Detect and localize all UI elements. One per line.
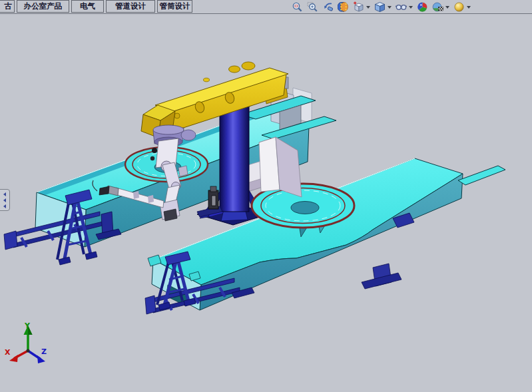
- display-style-button[interactable]: [374, 1, 392, 13]
- zoom-to-area-icon: [307, 1, 318, 13]
- edit-appearance-button[interactable]: [416, 1, 429, 13]
- collapse-arrow-icon: [3, 198, 6, 202]
- tab-label: 办公室产品: [24, 1, 63, 11]
- dropdown-arrow-icon[interactable]: [445, 6, 449, 9]
- tab-label: 电气: [80, 1, 95, 11]
- view-settings-button[interactable]: [453, 1, 471, 13]
- axis-x-label: X: [5, 348, 11, 357]
- previous-view-button[interactable]: [322, 1, 334, 13]
- graphics-viewport[interactable]: Y X Z: [0, 0, 532, 392]
- tab-label: 管道设计: [115, 1, 146, 11]
- zoom-to-fit-icon: [292, 1, 303, 13]
- view-settings-icon: [453, 1, 465, 13]
- display-style-icon: [374, 1, 386, 13]
- apply-scene-button[interactable]: [431, 1, 450, 13]
- axis-z-label: Z: [41, 347, 47, 356]
- section-view-button[interactable]: [337, 1, 350, 13]
- apply-scene-icon: [432, 1, 443, 13]
- tab-evaluate-partial[interactable]: 古: [0, 0, 15, 13]
- zoom-to-fit-button[interactable]: [291, 1, 304, 13]
- collapse-arrow-icon: [3, 192, 6, 196]
- dropdown-arrow-icon[interactable]: [388, 6, 392, 9]
- tab-piping-design[interactable]: 管道设计: [106, 0, 155, 13]
- view-orientation-button[interactable]: [352, 1, 371, 13]
- previous-view-icon: [322, 1, 334, 13]
- tab-electrical[interactable]: 电气: [71, 0, 104, 13]
- dropdown-arrow-icon[interactable]: [366, 6, 370, 9]
- hide-show-items-button[interactable]: [395, 1, 413, 13]
- hide-show-items-icon: [396, 1, 407, 13]
- dropdown-arrow-icon[interactable]: [467, 6, 471, 9]
- axis-y-label: Y: [24, 321, 31, 330]
- zoom-to-area-button[interactable]: [306, 1, 319, 13]
- collapse-arrow-icon: [3, 204, 6, 208]
- panel-splitter-handle[interactable]: [0, 189, 10, 211]
- edit-appearance-icon: [417, 1, 428, 13]
- dropdown-arrow-icon[interactable]: [409, 6, 413, 9]
- view-orientation-icon: [353, 1, 364, 13]
- tab-office-products[interactable]: 办公室产品: [17, 0, 69, 13]
- solidworks-window: Y X Z 古 办公室产品 电气 管道设计 管筒设计: [0, 0, 532, 392]
- tab-label: 古: [5, 1, 13, 11]
- tab-label: 管筒设计: [160, 1, 190, 11]
- section-view-icon: [338, 1, 349, 13]
- heads-up-view-toolbar: [291, 1, 471, 13]
- tab-tubing-design[interactable]: 管筒设计: [157, 0, 192, 13]
